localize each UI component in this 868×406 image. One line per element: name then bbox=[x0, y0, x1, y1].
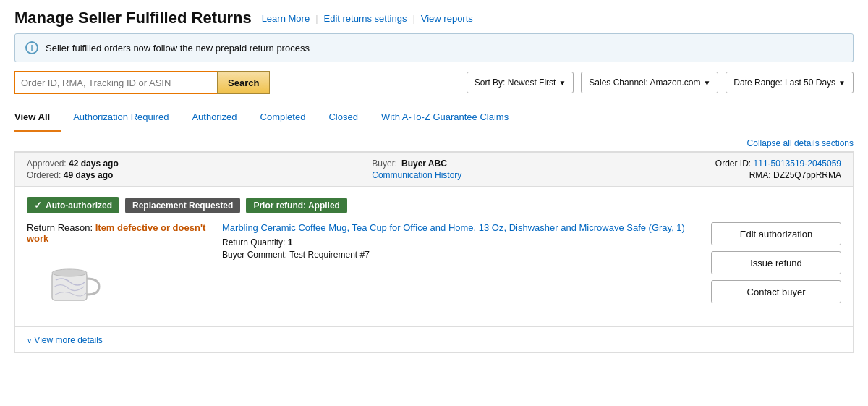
svg-rect-0 bbox=[52, 273, 87, 300]
view-more-link[interactable]: ∨ View more details bbox=[27, 335, 103, 345]
chevron-down-icon: ▼ bbox=[558, 79, 566, 87]
approved-date: Approved: 42 days ago bbox=[27, 158, 119, 169]
order-body: ✓ Auto-authorized Replacement Requested … bbox=[14, 186, 854, 327]
search-area: Search Sort By: Newest First ▼ Sales Cha… bbox=[0, 71, 868, 104]
chevron-down-icon: ▼ bbox=[703, 79, 710, 87]
tab-authorized[interactable]: Authorized bbox=[180, 104, 248, 132]
product-link[interactable]: Marbling Ceramic Coffee Mug, Tea Cup for… bbox=[222, 222, 697, 233]
sales-channel-dropdown[interactable]: Sales Channel: Amazon.com ▼ bbox=[581, 72, 718, 93]
edit-authorization-button[interactable]: Edit authorization bbox=[711, 222, 841, 245]
collapse-bar: Collapse all details sections bbox=[0, 132, 868, 151]
return-content: Return Reason: Item defective or doesn't… bbox=[27, 222, 841, 316]
view-reports-link[interactable]: View reports bbox=[421, 13, 473, 24]
order-dates: Approved: 42 days ago Ordered: 49 days a… bbox=[27, 158, 119, 180]
search-input[interactable] bbox=[14, 71, 217, 94]
view-more-section: ∨ View more details bbox=[14, 327, 854, 353]
learn-more-link[interactable]: Learn More bbox=[262, 13, 310, 24]
tab-authorization-required[interactable]: Authorization Required bbox=[61, 104, 180, 132]
issue-refund-button[interactable]: Issue refund bbox=[711, 251, 841, 274]
separator-1: | bbox=[315, 13, 318, 24]
auto-authorized-badge: ✓ Auto-authorized bbox=[27, 197, 119, 213]
contact-buyer-button[interactable]: Contact buyer bbox=[711, 280, 841, 303]
page-header: Manage Seller Fulfilled Returns Learn Mo… bbox=[0, 0, 868, 33]
return-details: Marbling Ceramic Coffee Mug, Tea Cup for… bbox=[215, 222, 697, 262]
info-message: Seller fulfilled orders now follow the n… bbox=[46, 43, 310, 54]
refund-badge: Prior refund: Applied bbox=[246, 198, 347, 213]
order-buyer: Buyer: Buyer ABC Communication History bbox=[372, 158, 461, 180]
buyer-comment-row: Buyer Comment: Test Requirement #7 bbox=[222, 250, 697, 260]
order-meta: Approved: 42 days ago Ordered: 49 days a… bbox=[14, 152, 854, 186]
sort-dropdown[interactable]: Sort By: Newest First ▼ bbox=[467, 72, 574, 93]
collapse-all-link[interactable]: Collapse all details sections bbox=[747, 138, 854, 148]
quantity-row: Return Quantity: 1 bbox=[222, 237, 697, 248]
return-left: Return Reason: Item defective or doesn't… bbox=[27, 222, 215, 316]
product-image bbox=[41, 251, 106, 316]
badge-row: ✓ Auto-authorized Replacement Requested … bbox=[27, 197, 841, 213]
search-button[interactable]: Search bbox=[217, 71, 270, 94]
communication-history-link[interactable]: Communication History bbox=[372, 170, 461, 180]
tab-closed[interactable]: Closed bbox=[317, 104, 369, 132]
replacement-badge: Replacement Requested bbox=[125, 198, 240, 213]
return-reason: Return Reason: Item defective or doesn't… bbox=[27, 222, 215, 244]
action-buttons: Edit authorization Issue refund Contact … bbox=[697, 222, 841, 303]
tab-atoz[interactable]: With A-To-Z Guarantee Claims bbox=[370, 104, 520, 132]
tab-completed[interactable]: Completed bbox=[249, 104, 318, 132]
chevron-down-icon: ▼ bbox=[838, 79, 846, 87]
order-ids: Order ID: 111-5013519-2045059 RMA: DZ25Q… bbox=[715, 158, 841, 180]
page-title: Manage Seller Fulfilled Returns bbox=[14, 9, 252, 28]
filter-controls: Sort By: Newest First ▼ Sales Channel: A… bbox=[467, 72, 854, 93]
check-icon: ✓ bbox=[34, 200, 42, 211]
separator-2: | bbox=[412, 13, 414, 24]
date-range-dropdown[interactable]: Date Range: Last 50 Days ▼ bbox=[726, 72, 854, 93]
tab-view-all[interactable]: View All bbox=[14, 104, 61, 132]
search-form: Search bbox=[14, 71, 270, 94]
ordered-date: Ordered: 49 days ago bbox=[27, 170, 119, 180]
order-id-link[interactable]: 111-5013519-2045059 bbox=[754, 158, 841, 169]
edit-returns-link[interactable]: Edit returns settings bbox=[324, 13, 407, 24]
chevron-down-icon: ∨ bbox=[27, 337, 32, 344]
info-bar: i Seller fulfilled orders now follow the… bbox=[14, 33, 854, 62]
tab-bar: View All Authorization Required Authoriz… bbox=[0, 104, 868, 132]
info-icon: i bbox=[25, 41, 38, 54]
order-card: Approved: 42 days ago Ordered: 49 days a… bbox=[14, 151, 854, 353]
mug-illustration bbox=[45, 255, 103, 313]
svg-point-1 bbox=[52, 269, 87, 276]
